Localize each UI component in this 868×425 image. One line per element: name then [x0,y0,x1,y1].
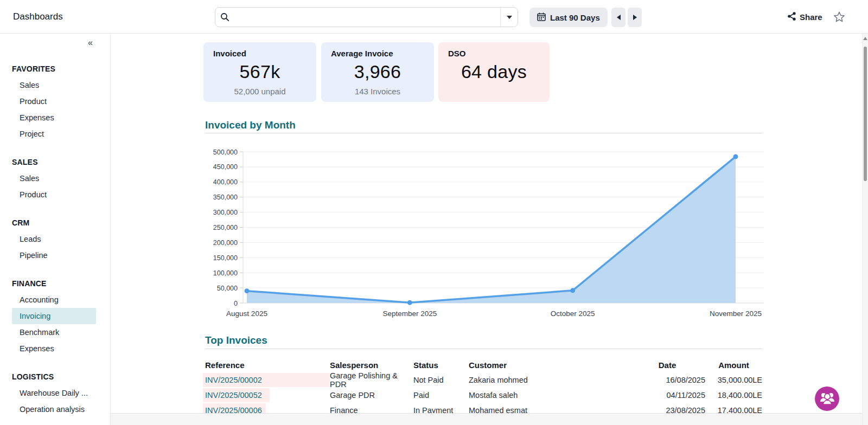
search-dropdown-toggle[interactable] [500,8,518,27]
share-icon [788,12,796,22]
previous-period-button[interactable] [611,8,626,27]
kpi-title: Average Invoice [331,49,424,58]
arrow-left-icon [617,15,621,20]
svg-text:250,000: 250,000 [213,224,238,231]
main-scrollbar-thumb[interactable] [864,47,867,181]
status-cell: In Payment [413,406,469,413]
svg-text:October 2025: October 2025 [551,310,595,318]
table-section-divider [205,349,762,349]
sidebar-section-crm: CRMLeadsPipeline [0,215,110,263]
sidebar-item-warehouse-daily[interactable]: Warehouse Daily ... [12,385,96,401]
sidebar-item-leads[interactable]: Leads [12,231,96,247]
customer-cell: Mohamed esmat [469,406,629,413]
sidebar-item-expenses[interactable]: Expenses [12,110,96,126]
top-bar: Dashboards Last 90 Days Sh [0,0,868,34]
svg-text:350,000: 350,000 [213,194,238,201]
svg-text:450,000: 450,000 [213,163,238,171]
column-header-amount: Amount [705,360,762,370]
date-cell: 23/08/2025 [629,406,705,413]
sidebar-section-title: SALES [0,154,110,170]
date-cell: 16/08/2025 [629,376,705,384]
kpi-subtitle: 143 Invoices [331,87,424,96]
kpi-card-dso: DSO64 days [438,42,550,102]
sidebar-item-sales[interactable]: Sales [12,77,96,93]
column-header-salesperson: Salesperson [330,360,413,370]
sidebar-section-favorites: FAVORITESSalesProductExpensesProject [0,61,110,142]
customer-cell: Mostafa saleh [469,391,629,400]
horizontal-scrollbar[interactable] [111,413,863,425]
sidebar-section-title: LOGISTICS [0,369,110,385]
kpi-title: Invoiced [213,49,307,58]
salesperson-cell: Finance [330,406,413,413]
amount-cell: 18,400.00LE [705,391,762,400]
amount-cell: 17,400.00LE [705,406,762,413]
invoice-reference-link[interactable]: INV/2025/00006 [205,406,262,413]
reference-cell: INV/2025/00006 [203,403,330,413]
kpi-subtitle: 52,000 unpaid [213,87,307,96]
invoice-reference-link[interactable]: INV/2025/00052 [205,391,262,400]
kpi-value: 567k [213,61,307,82]
date-filter-button[interactable]: Last 90 Days [529,8,608,27]
community-chat-button[interactable] [815,387,839,411]
svg-text:0: 0 [234,300,238,307]
calendar-icon [537,12,546,23]
salesperson-cell: Garage Polishing & PDR [330,371,413,389]
favorite-star-icon[interactable] [833,11,845,23]
sidebar-item-expenses[interactable]: Expenses [12,340,96,357]
svg-text:500,000: 500,000 [213,149,238,156]
chevron-down-icon [507,16,512,19]
sidebar-item-product[interactable]: Product [12,93,96,110]
group-of-people-icon [819,391,835,407]
sidebar-item-invoicing[interactable]: Invoicing [12,308,96,324]
column-header-status: Status [413,360,469,370]
main-scrollbar[interactable] [862,34,868,425]
sidebar-item-project[interactable]: Project [12,126,96,142]
scroll-up-icon[interactable] [863,37,867,40]
date-cell: 04/11/2025 [629,391,705,400]
table-row: INV/2025/00002Garage Polishing & PDRNot … [203,372,762,388]
sidebar-item-operation-analysis[interactable]: Operation analysis [12,401,96,417]
sidebar-collapse-icon[interactable]: « [88,38,93,47]
sidebar-item-accounting[interactable]: Accounting [12,292,96,308]
search-input[interactable] [229,8,500,27]
svg-text:100,000: 100,000 [213,269,238,277]
share-label: Share [800,12,822,22]
svg-text:150,000: 150,000 [213,254,238,262]
sidebar-item-product[interactable]: Product [12,186,96,203]
sidebar-section-title: FAVORITES [0,61,110,77]
reference-cell: INV/2025/00002 [203,372,330,388]
table-row: INV/2025/00052Garage PDRPaidMostafa sale… [203,388,762,403]
kpi-value: 3,966 [331,61,424,82]
svg-text:August 2025: August 2025 [226,310,267,318]
table-section-title: Top Invoices [205,334,267,346]
invoiced-by-month-chart: 050,000100,000150,000200,000250,000300,0… [206,145,766,324]
kpi-card-average-invoice: Average Invoice3,966143 Invoices [321,42,434,102]
share-button[interactable]: Share [788,0,822,34]
page-title: Dashboards [13,0,63,34]
next-period-button[interactable] [628,8,642,27]
salesperson-cell: Garage PDR [330,391,413,400]
sidebar: « FAVORITESSalesProductExpensesProjectSA… [0,34,111,425]
table-row: INV/2025/00006FinanceIn PaymentMohamed e… [203,403,762,413]
sidebar-item-benchmark[interactable]: Benchmark [12,324,96,340]
invoice-reference-link[interactable]: INV/2025/00002 [205,376,262,384]
kpi-value: 64 days [448,61,540,82]
chart-section-divider [205,133,762,133]
search-box[interactable] [215,7,518,27]
kpi-title: DSO [448,49,540,58]
chart-section-title: Invoiced by Month [205,119,296,131]
arrow-right-icon [633,15,637,20]
table-header-row: ReferenceSalespersonStatusCustomerDateAm… [203,358,762,372]
sidebar-item-pipeline[interactable]: Pipeline [12,247,96,263]
reference-cell: INV/2025/00052 [203,388,330,403]
svg-text:300,000: 300,000 [213,209,238,216]
sidebar-item-sales[interactable]: Sales [12,170,96,186]
amount-cell: 35,000.00LE [705,376,762,384]
dashboard-app: Dashboards Last 90 Days Sh [0,0,868,425]
svg-text:200,000: 200,000 [213,239,238,247]
customer-cell: Zakaria mohmed [469,376,629,384]
kpi-card-invoiced: Invoiced567k52,000 unpaid [203,42,316,102]
status-cell: Paid [413,391,469,400]
svg-text:November 2025: November 2025 [710,310,762,318]
column-header-customer: Customer [469,360,629,370]
